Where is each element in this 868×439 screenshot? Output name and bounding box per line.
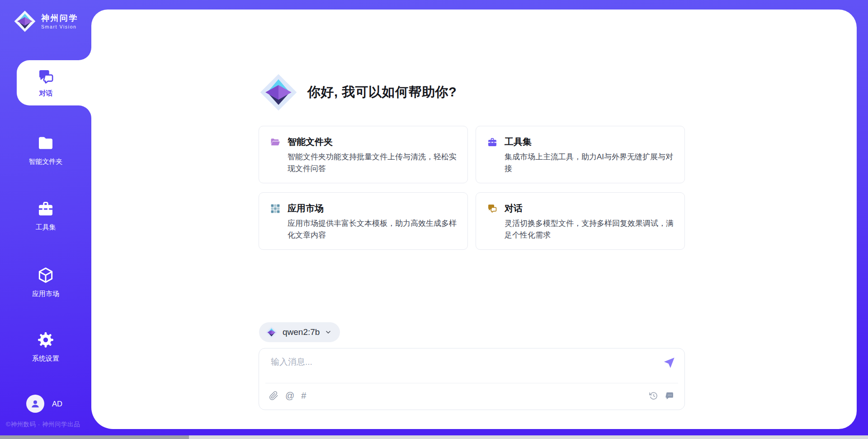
mention-icon[interactable]: @ <box>285 391 294 400</box>
sidebar-item-label: 智能文件夹 <box>29 157 63 166</box>
card-toolset[interactable]: 工具集 集成市场上主流工具，助力AI与外界无缝扩展与对接 <box>476 126 685 183</box>
card-description: 集成市场上主流工具，助力AI与外界无缝扩展与对接 <box>505 151 674 174</box>
gear-icon <box>37 331 55 349</box>
card-app-market[interactable]: 应用市场 应用市场提供丰富长文本模板，助力高效生成多样化文章内容 <box>259 192 468 250</box>
horizontal-scrollbar <box>0 435 868 439</box>
card-title: 对话 <box>505 202 523 215</box>
brand-name: 神州问学 <box>41 13 78 24</box>
history-icon[interactable] <box>649 391 658 401</box>
copyright-text: ©神州数码 · 神州问学出品 <box>6 420 80 429</box>
person-icon <box>29 398 41 410</box>
sidebar-item-chat[interactable]: 对话 <box>17 60 91 105</box>
chat-icon <box>37 68 55 86</box>
toolbox-icon <box>37 200 55 218</box>
avatar <box>26 395 44 413</box>
user-profile[interactable]: AD <box>26 395 62 413</box>
chevron-down-icon <box>325 329 332 336</box>
card-chat[interactable]: 对话 灵活切换多模型文件，支持多样回复效果调试，满足个性化需求 <box>476 192 685 250</box>
brand-subtitle: Smart Vision <box>41 24 78 29</box>
sidebar-item-smart-folder[interactable]: 智能文件夹 <box>0 134 91 166</box>
feedback-chat-icon[interactable] <box>665 391 675 401</box>
scrollbar-thumb[interactable] <box>0 435 189 439</box>
card-description: 灵活切换多模型文件，支持多样回复效果调试，满足个性化需求 <box>505 218 674 241</box>
chat-icon <box>487 203 498 214</box>
user-name: AD <box>52 400 62 408</box>
brand: 神州问学 Smart Vision <box>14 10 78 33</box>
card-title: 智能文件夹 <box>288 136 333 148</box>
card-smart-folder[interactable]: 智能文件夹 智能文件夹功能支持批量文件上传与清洗，轻松实现文件问答 <box>259 126 468 183</box>
model-logo-icon <box>265 326 278 339</box>
card-description: 应用市场提供丰富长文本模板，助力高效生成多样化文章内容 <box>288 218 457 241</box>
sidebar-item-toolset[interactable]: 工具集 <box>0 200 91 232</box>
greeting: 你好, 我可以如何帮助你? <box>259 73 457 112</box>
model-selector[interactable]: qwen2:7b <box>259 322 340 342</box>
sidebar-item-label: 系统设置 <box>32 354 59 363</box>
card-description: 智能文件夹功能支持批量文件上传与清洗，轻松实现文件问答 <box>288 151 457 174</box>
feature-cards: 智能文件夹 智能文件夹功能支持批量文件上传与清洗，轻松实现文件问答 工具集 集成… <box>259 126 685 250</box>
toolbox-icon <box>487 137 498 148</box>
card-title: 工具集 <box>505 136 532 148</box>
cube-icon <box>37 266 55 284</box>
sidebar-item-label: 工具集 <box>36 223 56 232</box>
grid-icon <box>270 203 281 214</box>
sidebar-item-app-market[interactable]: 应用市场 <box>0 266 91 298</box>
brand-logo-icon <box>14 10 36 33</box>
composer-divider <box>265 383 678 383</box>
sidebar-item-label: 应用市场 <box>32 290 59 298</box>
app-root: 神州问学 Smart Vision 对话 智能文件夹 工具集 应用市场 <box>0 0 868 439</box>
greeting-title: 你好, 我可以如何帮助你? <box>307 83 457 101</box>
message-input[interactable] <box>270 355 642 381</box>
sidebar-item-label: 对话 <box>39 89 53 98</box>
card-title: 应用市场 <box>288 202 324 215</box>
send-button[interactable] <box>663 357 675 369</box>
send-icon <box>663 357 675 369</box>
model-name: qwen2:7b <box>283 327 320 337</box>
sidebar-item-settings[interactable]: 系统设置 <box>0 331 91 363</box>
message-composer: @ # <box>259 348 685 410</box>
hashtag-icon[interactable]: # <box>301 391 306 400</box>
folder-open-icon <box>270 137 281 148</box>
folder-icon <box>37 134 55 152</box>
assistant-logo-icon <box>259 73 298 112</box>
attachment-icon[interactable] <box>269 391 278 401</box>
